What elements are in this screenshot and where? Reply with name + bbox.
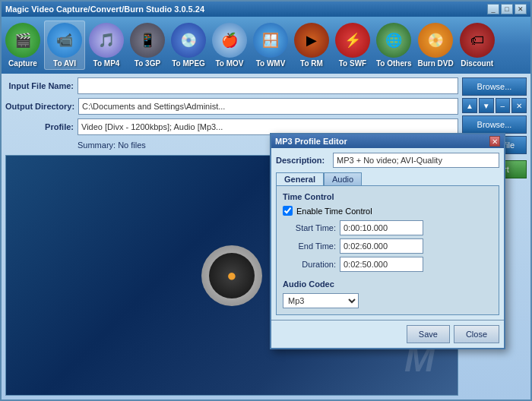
- others-label: To Others: [376, 59, 411, 68]
- main-window: Magic Video Capture/Convert/Burn Studio …: [0, 0, 532, 401]
- avi-icon: 📹: [47, 23, 82, 58]
- to-3gp-button[interactable]: 📱 To 3GP: [128, 21, 167, 69]
- browse-output-button[interactable]: Browse...: [462, 115, 527, 134]
- start-time-input[interactable]: [340, 220, 423, 235]
- browse-input-button[interactable]: Browse...: [462, 77, 527, 96]
- tab-audio[interactable]: Audio: [324, 172, 362, 185]
- title-bar-buttons: _ □ ✕: [487, 4, 527, 14]
- dialog-titlebar: MP3 Profile Editor ✕: [271, 134, 504, 148]
- dvd-label: Burn DVD: [417, 59, 453, 68]
- start-time-label: Start Time:: [283, 223, 336, 232]
- to-mp4-button[interactable]: 🎵 To MP4: [87, 21, 126, 69]
- duration-label: Duration:: [283, 260, 336, 269]
- enable-time-control-row: Enable Time Control: [283, 206, 492, 216]
- output-dir-label: Output Directory:: [5, 102, 74, 111]
- audio-codec-section: Audio Codec Mp3 AAC WMA OGG: [283, 279, 492, 308]
- enable-time-control-checkbox[interactable]: [283, 206, 293, 216]
- nav-buttons: ▲ ▼ – ✕: [462, 98, 527, 113]
- mp4-label: To MP4: [93, 59, 120, 68]
- input-file-input[interactable]: [78, 77, 458, 94]
- wmv-label: To WMV: [256, 59, 286, 68]
- audio-codec-title: Audio Codec: [283, 279, 492, 289]
- dialog-close-button[interactable]: ✕: [489, 136, 500, 147]
- summary-text: Summary: No files: [78, 139, 146, 151]
- dialog-footer: Save Close: [271, 320, 504, 348]
- others-icon: 🌐: [376, 23, 411, 58]
- wmv-icon: 🪟: [253, 23, 288, 58]
- nav-up-button[interactable]: ▲: [462, 98, 477, 113]
- dvd-icon: 📀: [418, 23, 453, 58]
- mpeg-icon: 💿: [171, 23, 206, 58]
- duration-input[interactable]: [340, 257, 423, 272]
- dialog-tabs: General Audio: [276, 172, 499, 185]
- toolbar: 🎬 Capture 📹 To AVI 🎵 To MP4 📱 To 3GP 💿 T…: [2, 17, 530, 74]
- swf-icon: ⚡: [335, 23, 370, 58]
- burn-dvd-button[interactable]: 📀 Burn DVD: [415, 21, 455, 69]
- maximize-button[interactable]: □: [501, 4, 513, 14]
- end-time-label: End Time:: [283, 242, 336, 251]
- start-time-row: Start Time:: [283, 220, 492, 235]
- nav-remove-button[interactable]: –: [496, 98, 511, 113]
- description-row: Description:: [276, 153, 499, 168]
- mov-icon: 🍎: [212, 23, 247, 58]
- close-button[interactable]: ✕: [515, 4, 527, 14]
- capture-button[interactable]: 🎬 Capture: [3, 21, 43, 69]
- input-file-row: Input File Name:: [5, 77, 458, 94]
- to-swf-button[interactable]: ⚡ To SWF: [333, 21, 372, 69]
- dialog-body: Description: General Audio Time Control …: [271, 148, 504, 320]
- output-dir-input[interactable]: [78, 98, 458, 115]
- end-time-input[interactable]: [340, 238, 423, 254]
- capture-label: Capture: [8, 59, 37, 68]
- enable-time-control-label: Enable Time Control: [296, 207, 372, 216]
- avi-label: To AVI: [53, 59, 76, 68]
- profile-label: Profile:: [5, 122, 74, 131]
- description-input[interactable]: [333, 153, 499, 168]
- duration-row: Duration:: [283, 257, 492, 272]
- tab-content-general: Time Control Enable Time Control Start T…: [276, 185, 499, 315]
- close-dialog-button[interactable]: Close: [454, 325, 499, 343]
- 3gp-icon: 📱: [130, 23, 165, 58]
- minimize-button[interactable]: _: [487, 4, 499, 14]
- to-mpeg-button[interactable]: 💿 To MPEG: [169, 21, 208, 69]
- input-file-label: Input File Name:: [5, 81, 74, 90]
- to-avi-button[interactable]: 📹 To AVI: [44, 21, 85, 70]
- discount-button[interactable]: 🏷 Discount: [458, 21, 497, 69]
- to-others-button[interactable]: 🌐 To Others: [374, 21, 413, 69]
- dialog-title: MP3 Profile Editor: [275, 137, 347, 146]
- rm-icon: ▶: [294, 23, 329, 58]
- mp3-profile-dialog: MP3 Profile Editor ✕ Description: Genera…: [270, 133, 505, 349]
- time-control-title: Time Control: [283, 192, 492, 201]
- nav-clear-button[interactable]: ✕: [511, 98, 527, 113]
- description-label: Description:: [276, 156, 329, 165]
- swf-label: To SWF: [339, 59, 366, 68]
- discount-label: Discount: [461, 59, 493, 68]
- end-time-row: End Time:: [283, 238, 492, 254]
- discount-icon: 🏷: [460, 23, 495, 58]
- title-bar: Magic Video Capture/Convert/Burn Studio …: [2, 2, 530, 17]
- to-mov-button[interactable]: 🍎 To MOV: [210, 21, 249, 69]
- nav-down-button[interactable]: ▼: [479, 98, 494, 113]
- output-dir-row: Output Directory:: [5, 98, 458, 115]
- to-rm-button[interactable]: ▶ To RM: [292, 21, 331, 69]
- to-wmv-button[interactable]: 🪟 To WMV: [251, 21, 290, 69]
- mpeg-label: To MPEG: [172, 59, 205, 68]
- app-logo: ●: [201, 245, 262, 306]
- save-button[interactable]: Save: [407, 325, 450, 343]
- logo-inner: ●: [209, 253, 255, 298]
- mp4-icon: 🎵: [89, 23, 124, 58]
- audio-codec-select[interactable]: Mp3 AAC WMA OGG: [283, 293, 359, 308]
- 3gp-label: To 3GP: [135, 59, 160, 68]
- mov-label: To MOV: [215, 59, 243, 68]
- capture-icon: 🎬: [5, 23, 40, 58]
- rm-label: To RM: [300, 59, 323, 68]
- tab-general[interactable]: General: [276, 172, 324, 185]
- window-title: Magic Video Capture/Convert/Burn Studio …: [5, 5, 204, 14]
